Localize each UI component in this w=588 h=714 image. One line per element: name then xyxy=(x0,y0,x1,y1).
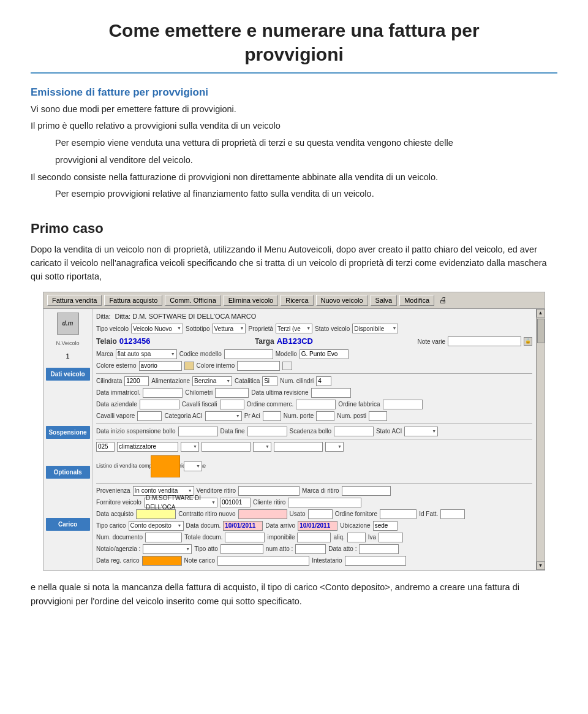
data-reg-carico-field[interactable] xyxy=(142,556,182,566)
ricerca-btn[interactable]: Ricerca xyxy=(281,295,313,306)
tipo-atto-field[interactable] xyxy=(221,544,263,554)
ubicazione-field[interactable]: sede xyxy=(373,521,398,531)
codice-modello-field[interactable] xyxy=(224,349,273,359)
catalitica-field[interactable]: Si xyxy=(262,376,277,386)
data-immatricol-field[interactable] xyxy=(143,388,183,398)
ordine-fabbrica-field[interactable] xyxy=(383,400,423,409)
tipo-veicolo-select[interactable]: Veicolo Nuovo xyxy=(131,324,183,333)
marca-di-ritiro-field[interactable] xyxy=(342,486,391,496)
telaio-targa-row: Telaio 0123456 Targa AB123CD Note varie … xyxy=(96,335,532,348)
data-atto-field[interactable] xyxy=(359,544,399,554)
para1: Vi sono due modi per emettere fatture di… xyxy=(31,103,557,116)
para3: Il secondo consiste nella fatturazione d… xyxy=(31,171,557,184)
screenshot-container: Fattura vendita Fattura acquisto Comm. O… xyxy=(43,292,545,571)
cavalli-vapore-field[interactable] xyxy=(137,411,162,421)
pr-aci-field[interactable] xyxy=(263,411,281,421)
optional-desc-field[interactable]: climatizzatore xyxy=(117,442,178,452)
cavalli-vapore-row: Cavalli vapore Categoria ACI Pr Aci Num.… xyxy=(96,411,532,421)
colore-esterno-field[interactable]: avorio xyxy=(139,361,182,371)
optional-orange-box xyxy=(151,455,180,477)
modello-field[interactable]: G. Punto Evo xyxy=(300,349,349,359)
optional-sel2[interactable] xyxy=(253,442,271,452)
num-porte-field[interactable] xyxy=(316,411,334,421)
data-aziendale-field[interactable] xyxy=(140,400,179,409)
scrollbar-thumb[interactable] xyxy=(537,319,545,343)
scrollbar[interactable]: ▲ ▼ xyxy=(536,309,545,570)
cilindrata-field[interactable]: 1200 xyxy=(124,376,149,386)
intestatario-field[interactable] xyxy=(345,556,406,566)
data-ultima-revisione-field[interactable] xyxy=(311,388,351,398)
data-inizio-sospensione-field[interactable] xyxy=(178,427,218,436)
colore-interno-field[interactable] xyxy=(237,361,280,371)
num-documento-field[interactable] xyxy=(145,533,182,542)
screen-body: d.m N.Veicolo 1 Dati veicolo Sospensione… xyxy=(43,309,545,570)
sidebar-nveicolo-label: N.Veicolo xyxy=(56,340,79,348)
iva-field[interactable] xyxy=(379,533,403,542)
sidebar-sospensione[interactable]: Sospensione xyxy=(46,426,90,439)
contratto-ritiro-field[interactable] xyxy=(238,509,287,519)
sidebar-dati-veicolo[interactable]: Dati veicolo xyxy=(46,368,90,381)
num-cilindri-field[interactable]: 4 xyxy=(316,376,331,386)
optional-listino-sel[interactable] xyxy=(184,461,202,471)
sidebar-nveicolo-num: 1 xyxy=(66,351,69,362)
notaio-select[interactable] xyxy=(143,544,192,554)
chilometri-field[interactable] xyxy=(215,388,249,398)
optional-val2[interactable] xyxy=(274,442,323,452)
sidebar-carico[interactable]: Carico xyxy=(46,518,90,531)
cliente-ritiro-field[interactable] xyxy=(288,498,361,507)
imponibile-field[interactable] xyxy=(297,533,331,542)
nuovo-veicolo-btn[interactable]: Nuovo veicolo xyxy=(316,295,368,306)
scadenza-bollo-field[interactable] xyxy=(334,427,374,436)
page-title: Come emettere e numerare una fattura per… xyxy=(31,18,557,66)
comm-officina-btn[interactable]: Comm. Officina xyxy=(165,295,221,306)
optional-val1[interactable] xyxy=(202,442,251,452)
cavalli-fiscali-field[interactable] xyxy=(220,400,244,409)
marca-select[interactable]: fiat auto spa xyxy=(116,349,177,359)
proprieta-select[interactable]: Terzi (ve xyxy=(276,324,312,333)
sidebar-optionals[interactable]: Optionals xyxy=(46,466,90,479)
cilindrata-row: Cilindrata 1200 Alimentazione Benzina Ca… xyxy=(96,376,532,386)
fornitore-cod-field[interactable]: 001001 xyxy=(220,498,251,507)
optional-num-field[interactable]: 025 xyxy=(96,442,115,452)
tipo-carico-row: Tipo carico Conto deposito Data docum. 1… xyxy=(96,521,532,531)
primo-caso-heading: Primo caso xyxy=(31,218,557,238)
fattura-vendita-btn[interactable]: Fattura vendita xyxy=(47,295,102,306)
notaio-row: Notaio/agenzia : Tipo atto num atto : Da… xyxy=(96,544,532,554)
scrollbar-down[interactable]: ▼ xyxy=(537,561,545,570)
data-immatricol-row: Data immatricol. Chilometri Data ultima … xyxy=(96,388,532,398)
para3-indent: Per esempio provvigioni relative al fina… xyxy=(55,188,557,201)
elimina-veicolo-btn[interactable]: Elimina veicolo xyxy=(224,295,278,306)
optional-sel3[interactable] xyxy=(325,442,344,452)
fornitore-select[interactable]: D.M.SOFTWARE DI DELL'OCA xyxy=(144,498,217,507)
data-docum-field[interactable]: 10/01/2011 xyxy=(223,521,263,531)
venditore-ritiro-field[interactable] xyxy=(238,486,300,496)
id-fatt-field[interactable] xyxy=(440,509,465,519)
screen-main: Ditta: Ditta: D.M. SOFTWARE DI DELL'OCA … xyxy=(92,309,536,570)
categoria-aci-select[interactable] xyxy=(205,411,242,421)
scrollbar-up[interactable]: ▲ xyxy=(537,309,545,317)
fattura-acquisto-btn[interactable]: Fattura acquisto xyxy=(104,295,162,306)
section-heading: Emissione di fatture per provvigioni xyxy=(31,85,557,101)
optional-sel1[interactable] xyxy=(181,442,199,452)
tipo-veicolo-row: Tipo veicolo Veicolo Nuovo Sottotipo Vet… xyxy=(96,324,532,333)
totale-docum-field[interactable] xyxy=(225,533,265,542)
note-carico-field[interactable] xyxy=(217,556,309,566)
stato-aci-select[interactable] xyxy=(404,427,438,436)
divider1 xyxy=(96,373,532,374)
note-varie-field[interactable] xyxy=(448,336,521,346)
salva-btn[interactable]: Salva xyxy=(371,295,398,306)
data-arrivo-field[interactable]: 10/01/2011 xyxy=(298,521,337,531)
aliq-field[interactable] xyxy=(347,533,366,542)
ordine-commerc-field[interactable] xyxy=(296,400,336,409)
ordine-fornitore-field[interactable] xyxy=(380,509,417,519)
tipo-carico-select[interactable]: Conto deposito xyxy=(129,521,184,531)
alimentazione-select[interactable]: Benzina xyxy=(192,376,232,386)
usato-field[interactable] xyxy=(308,509,333,519)
stato-veicolo-select[interactable]: Disponibile xyxy=(352,324,398,333)
modifica-btn[interactable]: Modifica xyxy=(399,295,434,306)
num-posti-field[interactable] xyxy=(369,411,387,421)
fornitore-row: Fornitore veicolo D.M.SOFTWARE DI DELL'O… xyxy=(96,498,532,507)
num-atto-field[interactable] xyxy=(295,544,326,554)
data-fine-field[interactable] xyxy=(247,427,287,436)
sottotipo-select[interactable]: Vettura xyxy=(212,324,246,333)
